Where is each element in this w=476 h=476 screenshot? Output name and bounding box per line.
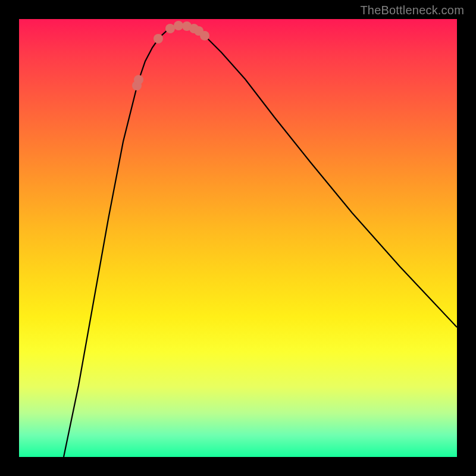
highlight-dot: [165, 24, 175, 33]
highlight-dots: [132, 21, 209, 90]
plot-area: [19, 19, 457, 457]
chart-stage: TheBottleneck.com: [0, 0, 476, 476]
highlight-dot: [154, 34, 163, 43]
highlight-dot: [200, 31, 209, 40]
highlight-dot: [174, 21, 183, 30]
curve-layer: [19, 19, 457, 457]
highlight-dot: [134, 75, 143, 84]
watermark-text: TheBottleneck.com: [360, 4, 464, 17]
bottleneck-curve: [64, 25, 457, 457]
